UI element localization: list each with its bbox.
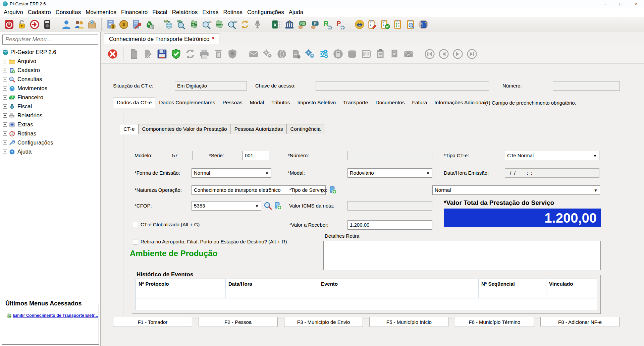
- search-cfop-icon[interactable]: [263, 201, 272, 210]
- money-bag-calc-icon[interactable]: $: [143, 18, 155, 31]
- clipboard-check-icon[interactable]: [379, 18, 391, 31]
- globe-gray-icon[interactable]: [275, 48, 288, 60]
- footer-button-f1[interactable]: F1 - Tomador: [113, 317, 192, 327]
- menu-relatórios[interactable]: Relatórios: [170, 8, 200, 17]
- footer-button-f8[interactable]: F8 - Adicionar NF-e: [540, 317, 620, 327]
- tab-transporte[interactable]: Transporte: [339, 98, 372, 107]
- add-natureza-icon[interactable]: [328, 186, 337, 194]
- tab-informa-es-adicionais[interactable]: Informações Adicionais: [431, 98, 491, 107]
- valor-receber-field[interactable]: 1.200,00: [347, 220, 432, 230]
- doc-edit-icon[interactable]: [142, 48, 154, 60]
- exit-icon[interactable]: [29, 18, 41, 31]
- power-icon[interactable]: [3, 18, 15, 31]
- nav-first-icon[interactable]: [423, 48, 436, 60]
- menu-extras[interactable]: Extras: [200, 8, 221, 17]
- tab-modal[interactable]: Modal: [246, 98, 268, 107]
- minimize-button[interactable]: –: [598, 0, 613, 8]
- footer-button-f2[interactable]: F2 - Pessoa: [199, 317, 278, 327]
- modal-select[interactable]: Rodoviário: [347, 168, 432, 178]
- menu-fiscal[interactable]: Fiscal: [150, 8, 169, 17]
- sidebar-item-relatórios[interactable]: +Relatórios: [2, 111, 100, 120]
- lock-icon[interactable]: [16, 18, 28, 31]
- p-cart-icon[interactable]: P: [334, 18, 346, 31]
- tipo-cte-select[interactable]: CTe Normal: [505, 151, 599, 160]
- dropdown-arrow-icon[interactable]: [592, 151, 597, 160]
- tab-fatura[interactable]: Fatura: [408, 98, 431, 107]
- tree-root[interactable]: PIPI-Gestor ERP 2.6: [2, 48, 100, 57]
- sped-icon[interactable]: [252, 18, 264, 31]
- print-gray-icon[interactable]: [198, 48, 211, 60]
- inner-tab-componentes-do-valor-da-presta-o[interactable]: Componentes do Valor da Prestação: [139, 124, 231, 134]
- envelope-gray-icon[interactable]: [247, 48, 260, 60]
- shield-gray-icon[interactable]: [226, 48, 239, 60]
- trash-gray-icon[interactable]: [212, 48, 225, 60]
- expander-icon[interactable]: +: [3, 104, 7, 109]
- handshake-icon[interactable]: [354, 18, 366, 31]
- tab-tributos[interactable]: Tributos: [268, 98, 293, 107]
- sidebar-item-configurações[interactable]: +Configurações: [2, 138, 100, 147]
- tab-close-icon[interactable]: ×: [212, 36, 215, 41]
- calc-gray-icon[interactable]: [332, 48, 344, 60]
- forma-emissao-select[interactable]: Normal: [192, 168, 271, 178]
- expander-icon[interactable]: +: [3, 86, 7, 91]
- table-row[interactable]: [136, 289, 597, 298]
- clipboard-search-icon[interactable]: [405, 18, 417, 31]
- barcode-gray-icon[interactable]: [360, 48, 373, 60]
- doc-new-icon[interactable]: [127, 48, 140, 60]
- receive-hand-r-icon[interactable]: R$: [296, 18, 308, 31]
- nfe-doc-icon[interactable]: NFe: [162, 18, 174, 31]
- sidebar-item-arquivo[interactable]: +Arquivo: [2, 57, 100, 66]
- close-red-icon[interactable]: [106, 48, 119, 60]
- bank-icon[interactable]: [283, 18, 296, 31]
- sidebar-item-consultas[interactable]: +Consultas: [2, 75, 100, 84]
- menu-ajuda[interactable]: Ajuda: [286, 8, 306, 17]
- shield-check-icon[interactable]: [170, 48, 182, 60]
- close-button[interactable]: ×: [629, 0, 644, 8]
- inner-tab-conting-ncia[interactable]: Contingência: [286, 124, 324, 134]
- expander-icon[interactable]: +: [3, 140, 7, 145]
- tab-documentos[interactable]: Documentos: [372, 98, 408, 107]
- recent-menu-link[interactable]: Emitir Conhecimento de Transporte Eletr.…: [13, 313, 98, 318]
- coin-dollar-icon[interactable]: $: [118, 18, 130, 31]
- sync-gold-icon[interactable]: [239, 18, 251, 31]
- tab-dados-complementares[interactable]: Dados Complementares: [155, 98, 219, 107]
- expander-icon[interactable]: +: [3, 113, 7, 118]
- dropdown-arrow-icon[interactable]: [264, 169, 269, 178]
- sidebar-item-ajuda[interactable]: +?Ajuda: [2, 147, 100, 156]
- menu-financeiro[interactable]: Financeiro: [119, 8, 150, 17]
- footer-button-f3[interactable]: F3 - Município de Envio: [284, 317, 363, 327]
- clipboard-gray-icon[interactable]: [374, 48, 387, 60]
- invoice-coin-icon[interactable]: $: [105, 18, 117, 31]
- dropdown-arrow-icon[interactable]: [592, 186, 598, 195]
- tipo-servico-select[interactable]: Normal: [432, 185, 600, 195]
- nav-next-icon[interactable]: [451, 48, 464, 60]
- cte-globalizado-checkbox[interactable]: [133, 222, 138, 227]
- footer-button-f6[interactable]: F6 - Município Término: [455, 317, 534, 327]
- footer-button-f5[interactable]: F5 - Município Início: [369, 317, 448, 327]
- expander-icon[interactable]: +: [3, 131, 7, 136]
- add-cfop-icon[interactable]: [273, 201, 282, 210]
- menu-configurações[interactable]: Configurações: [245, 8, 286, 17]
- excel-icon[interactable]: X: [271, 18, 283, 31]
- inner-tab-pessoas-autorizadas[interactable]: Pessoas Autorizadas: [231, 124, 287, 134]
- envelope-at-gray-icon[interactable]: @: [402, 48, 415, 60]
- textarea-scrollbar[interactable]: [596, 243, 596, 256]
- gears-gray-icon[interactable]: [261, 48, 274, 60]
- expander-icon[interactable]: +: [3, 95, 7, 100]
- doc-gear-icon[interactable]: [289, 48, 302, 60]
- maximize-button[interactable]: □: [613, 0, 629, 8]
- sliders-blue-icon[interactable]: [318, 48, 330, 60]
- menu-cadastro[interactable]: Cadastro: [25, 8, 53, 17]
- dropdown-arrow-icon[interactable]: [425, 169, 430, 178]
- document-tab[interactable]: Conhecimento de Transporte Eletrônico ×: [104, 33, 219, 45]
- dropdown-arrow-icon[interactable]: [254, 201, 259, 211]
- clipboard-list-icon[interactable]: [392, 18, 404, 31]
- detalhes-retira-textarea[interactable]: [323, 241, 601, 270]
- nfe-search-icon[interactable]: NFe: [175, 18, 187, 31]
- menu-rotinas[interactable]: Rotinas: [221, 8, 245, 17]
- menu-movimentos[interactable]: Movimentos: [83, 8, 119, 17]
- notebook-icon[interactable]: [417, 18, 429, 31]
- menu-search-input[interactable]: [2, 35, 98, 45]
- retira-checkbox[interactable]: [133, 239, 138, 244]
- sidebar-item-fiscal[interactable]: +$Fiscal: [2, 102, 100, 111]
